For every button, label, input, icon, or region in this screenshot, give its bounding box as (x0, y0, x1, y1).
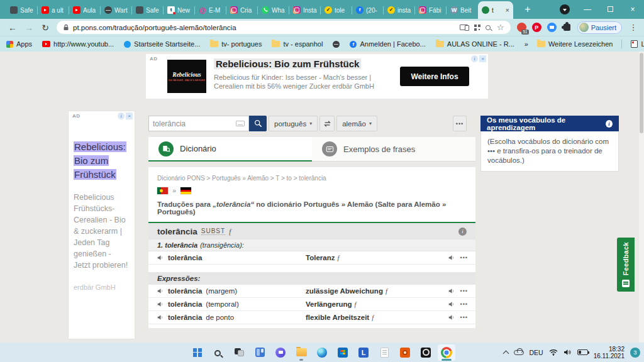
browser-tab-globe[interactable]: Wart (101, 1, 132, 19)
pinterest-extension-icon[interactable]: P (532, 23, 541, 32)
gender-label[interactable]: f (229, 228, 231, 236)
bookmark-folder-tv-espanhol[interactable]: tv - espanhol (272, 40, 323, 48)
bookmark-youtube[interactable]: http://www.youtub... (42, 40, 114, 48)
feedback-button[interactable]: Feedback (617, 238, 635, 292)
speaker-icon[interactable] (157, 255, 164, 261)
address-bar[interactable]: pt.pons.com/tradução/português-alemão/to… (57, 21, 511, 34)
row-more-button[interactable]: ••• (460, 301, 468, 307)
browser-tab-email[interactable]: @ E-M (195, 1, 226, 19)
chrome-button[interactable] (438, 344, 455, 361)
task-view-button[interactable] (230, 344, 248, 361)
row-more-button[interactable]: ••• (460, 314, 468, 321)
browser-tab-youtube-2[interactable]: Aula (69, 1, 101, 19)
clock[interactable]: 18:32 16.11.2021 (594, 346, 625, 359)
row-more-button[interactable]: ••• (460, 288, 468, 294)
app-l-button[interactable]: L (355, 344, 372, 361)
media-controls-button[interactable] (560, 4, 570, 14)
bookmarks-overflow-button[interactable]: » (525, 40, 528, 48)
start-button[interactable] (189, 344, 206, 361)
row-more-button[interactable]: ••• (460, 255, 468, 261)
ad-close-icon[interactable]: × (479, 55, 486, 62)
target-term-link[interactable]: flexible Arbeitszeit (306, 314, 369, 321)
bookmark-folder-tv-portugues[interactable]: tv- portugues (210, 40, 262, 48)
speaker-icon[interactable] (448, 314, 455, 321)
browser-tab-active-pons[interactable]: t × (478, 1, 513, 19)
browser-tab-facebook[interactable]: f (20- (352, 1, 384, 19)
speaker-icon[interactable] (448, 301, 455, 307)
scrollbar-thumb[interactable] (640, 53, 643, 133)
swap-languages-button[interactable] (319, 116, 335, 131)
send-to-devices-icon[interactable] (460, 25, 468, 30)
target-term-link[interactable]: Verlängerung (306, 300, 352, 308)
minimize-button[interactable]: — (576, 5, 599, 14)
target-language-dropdown[interactable]: alemão ▾ (336, 116, 377, 131)
search-button[interactable] (249, 116, 267, 131)
target-term-link[interactable]: Toleranz (306, 254, 335, 261)
browser-tab-instagram-1[interactable]: Cria (226, 1, 258, 19)
tab-sentence-examples[interactable]: Exemplos de frases (312, 137, 475, 162)
target-term-link[interactable]: zulässige Abweichung (306, 287, 383, 295)
speaker-icon[interactable] (157, 288, 164, 294)
search-more-options-button[interactable]: ••• (453, 116, 467, 131)
close-window-button[interactable]: × (621, 5, 644, 14)
battery-icon[interactable] (577, 349, 588, 355)
profile-button[interactable]: Pausiert (577, 21, 622, 34)
taskbar-search-button[interactable] (209, 344, 227, 361)
maximize-button[interactable] (599, 5, 621, 14)
teams-chat-button[interactable] (272, 344, 289, 361)
ad-cta-button[interactable]: Weitere Infos (400, 67, 469, 86)
wifi-icon[interactable] (549, 349, 558, 356)
new-tab-button[interactable]: + (521, 4, 535, 15)
back-button[interactable]: ← (5, 23, 20, 33)
ad-info-icon[interactable]: i (118, 112, 125, 119)
bookmark-folder-aulas[interactable]: AULAS ONLINE - R... (436, 40, 514, 48)
page-scrollbar[interactable] (639, 52, 644, 343)
bookmark-globe[interactable] (333, 41, 340, 48)
browser-tab-insta[interactable]: ✓ insta (384, 1, 415, 19)
microsoft-store-button[interactable] (334, 344, 352, 361)
entry-info-icon[interactable]: i (458, 228, 467, 236)
video-extension-icon[interactable] (547, 23, 557, 32)
browser-tab-instagram-3[interactable]: Fábi (415, 1, 447, 19)
source-language-dropdown[interactable]: português ▾ (269, 116, 318, 131)
notepad-button[interactable] (375, 344, 393, 361)
search-input[interactable] (153, 119, 233, 128)
bookmark-facebook[interactable]: f Anmelden | Facebo... (350, 40, 425, 48)
virtual-keyboard-icon[interactable] (236, 121, 245, 126)
speaker-icon[interactable] (157, 301, 164, 307)
sidebar-info-icon[interactable]: i (606, 120, 613, 128)
source-term-link[interactable]: tolerância (168, 314, 202, 321)
browser-tab-safe-1[interactable]: Safe (6, 1, 38, 19)
dark-app-button[interactable] (417, 344, 435, 361)
part-of-speech[interactable]: SUBST (201, 228, 225, 235)
extensions-puzzle-icon[interactable] (564, 24, 570, 31)
browser-tab-tumblr[interactable]: t New (164, 1, 195, 19)
volume-icon[interactable] (564, 349, 572, 356)
reading-list-button[interactable]: Leseliste (631, 40, 644, 48)
browser-tab-tole[interactable]: ✓ tole (321, 1, 352, 19)
other-bookmarks-folder[interactable]: Weitere Lesezeichen (537, 40, 613, 48)
zoom-icon[interactable] (486, 25, 491, 30)
browser-tab-whatsapp[interactable]: Wha (258, 1, 289, 19)
speaker-icon[interactable] (157, 314, 164, 321)
bookmark-twitter[interactable]: Startseite Startseite... (124, 40, 200, 48)
edge-button[interactable] (313, 344, 331, 361)
source-term-link[interactable]: tolerância (168, 300, 202, 308)
reload-button[interactable]: ↻ (38, 23, 53, 33)
speaker-icon[interactable] (448, 255, 455, 261)
qr-code-icon[interactable] (474, 25, 477, 27)
bookmark-star-icon[interactable]: ☆ (497, 23, 504, 32)
notification-count-badge[interactable]: 3 (630, 348, 640, 358)
tray-overflow-chevron-icon[interactable] (502, 350, 509, 356)
speaker-icon[interactable] (448, 288, 455, 294)
source-term-link[interactable]: tolerância (168, 254, 202, 261)
close-tab-icon[interactable]: × (506, 6, 509, 14)
onedrive-cloud-icon[interactable] (514, 350, 524, 355)
ad-info-icon[interactable]: i (471, 55, 478, 62)
file-explorer-button[interactable] (292, 344, 310, 361)
tab-dictionary[interactable]: Dicionário (148, 137, 312, 162)
source-term-link[interactable]: tolerância (168, 287, 202, 295)
browser-tab-wordpress[interactable]: W Beit (447, 1, 478, 19)
forward-button[interactable]: → (21, 23, 36, 33)
apps-shortcut[interactable]: Apps (6, 40, 32, 48)
